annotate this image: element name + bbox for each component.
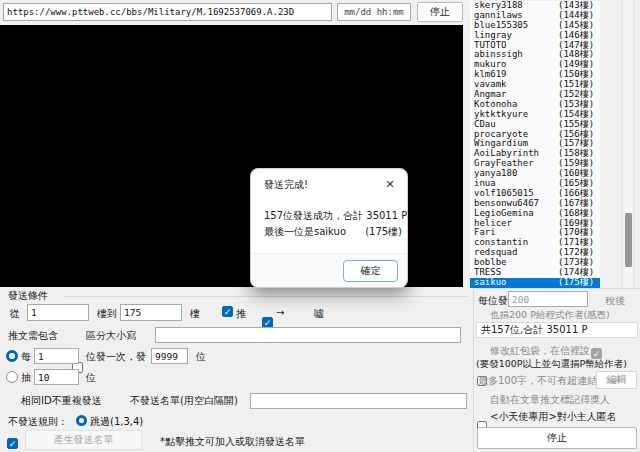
url-input[interactable]: https://www.pttweb.cc/bbs/Military/M.169… [3,3,332,21]
list-item-username: blue155305 [474,21,558,31]
list-item-username: TUTOTO [474,41,558,51]
boo-label: 噓 [314,307,324,321]
dialog-footer: 確定 [251,253,407,287]
draw-label: 抽 [21,371,31,385]
recipient-list[interactable]: skery3188(143樓)gannilaws(144樓)blue155305… [470,1,600,288]
per-person-input[interactable]: 200 [508,291,588,307]
stop-button-bottom[interactable]: 停止 [477,427,637,449]
draw-radio[interactable] [6,371,18,383]
exclude-list-input[interactable] [250,393,467,409]
stop-button-top[interactable]: 停止 [417,2,463,22]
push-label: 推 [236,307,246,321]
send-complete-dialog: 發送完成! ✕ 157位發送成功，合計 35011 P 最後一位是saikuo … [250,168,408,288]
rule-label: 不發送規則： [8,415,68,429]
same-id-checkbox[interactable] [7,438,18,449]
draw-count-input[interactable]: 10 [34,369,79,385]
list-item-username: constantin [474,238,558,248]
list-item-username: boblbe [474,258,558,268]
list-item-username: saikuo [474,278,558,288]
every-suffix-label: 位發一次，發 [86,350,146,364]
from-floor-input[interactable]: 1 [27,304,89,321]
list-item-username: volf1065015 [474,189,558,199]
list-item-username: yktktkyure [474,110,558,120]
list-item-username: vavamk [474,80,558,90]
envelope-label: 修改紅包袋，在信裡說： [490,344,600,358]
contain-text-input[interactable] [155,327,461,343]
case-sensitive-label: 區分大小寫 [86,329,136,343]
group-label-send-conditions: 發送條件 [8,289,48,303]
list-item-username: skery3188 [474,1,558,11]
after-tax-label: 稅後 [605,294,625,308]
every-count-input[interactable]: 1 [34,348,79,364]
list-item-username: LegioGemina [474,209,558,219]
group-border [64,296,468,297]
dialog-close-button[interactable]: ✕ [381,175,399,193]
unit-label: 位 [196,350,206,364]
list-item-username: GrayFeather [474,159,558,169]
click-hint-label: *點擊推文可加入或取消發送名單 [160,435,305,449]
list-item-floor: (175樓) [558,278,594,288]
push-checkbox[interactable] [222,306,233,317]
list-item-username: Kotonoha [474,100,558,110]
edit-button[interactable]: 編輯 [596,371,637,389]
list-item-username: abinssigh [474,50,558,60]
list-item-username: gannilaws [474,11,558,21]
every-radio[interactable] [6,350,18,362]
mark-winners-label: 自動在文章推文標記得獎人 [490,393,610,407]
draw-unit-label: 位 [86,371,96,385]
envelope-note: (要發100P以上並勾選捐P幣給作者) [476,358,627,371]
from-label: 從 [10,307,20,321]
to-floor-input[interactable]: 175 [120,304,182,321]
list-item-username: procaryote [474,130,558,140]
contain-label: 推文需包含 [8,329,58,343]
exclude-list-label: 不發送名單(用空白隔開) [130,394,238,408]
list-item-username: AoiLabyrinth [474,149,558,159]
panel-divider [473,288,474,452]
dialog-message-line1: 157位發送成功，合計 35011 P [264,209,407,223]
ok-button[interactable]: 確定 [343,260,398,282]
limit-label: 最多100字，不可有超連結 [478,374,597,388]
list-item-username: TRESS [474,268,558,278]
list-item-username: yanya180 [474,169,558,179]
list-item[interactable]: saikuo(175樓) [470,278,600,288]
generate-list-button[interactable]: 產生發送名單 [25,430,142,450]
close-icon: ✕ [385,178,394,191]
panel-top-border [474,288,640,289]
floor-label: 樓 [190,307,200,321]
to-label: 樓到 [97,307,117,321]
list-item-username: inua [474,179,558,189]
every-label: 每 [21,350,31,364]
list-item-username: Fari [474,228,558,238]
arrow-label: → [276,307,284,318]
list-item-username: CDau [474,120,558,130]
list-item-username: helicer [474,219,558,229]
dialog-title: 發送完成! [264,178,308,192]
same-id-label: 相同ID不重複發送 [21,394,102,408]
skip-rule-radio[interactable] [76,415,87,426]
total-summary: 共157位,合計 35011 P [476,322,638,338]
donate-label: 也捐200 P給程式作者(感恩) [490,309,610,322]
list-item-username: Wingardium [474,139,558,149]
list-item-username: lingray [474,31,558,41]
recipient-list-scrollbar[interactable] [622,0,634,288]
time-input[interactable]: mm/dd hh:mm [337,3,411,21]
list-item-username: mukuro [474,60,558,70]
send-count-input[interactable]: 9999 [151,348,188,364]
list-item-username: redsquad [474,248,558,258]
list-item-username: Angmar [474,90,558,100]
list-item-username: bensonwu6467 [474,199,558,209]
per-person-label: 每位發 [478,294,508,308]
list-item-username: klm619 [474,70,558,80]
skip-rule-label: 跳過(1,3,4) [90,415,143,429]
dialog-message-line2: 最後一位是saikuo (175樓) [264,225,402,239]
angel-label: <小天使專用>對小主人匿名 [490,410,617,424]
scrollbar-thumb[interactable] [625,213,632,267]
